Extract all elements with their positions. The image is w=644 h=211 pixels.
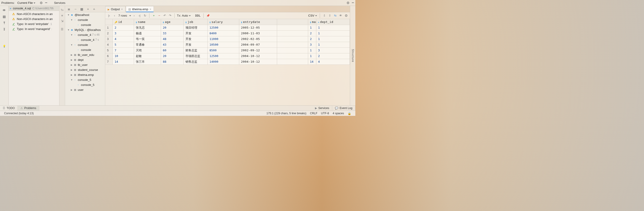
cell-id[interactable]: 4: [113, 36, 134, 42]
cell-managerid[interactable]: 1: [308, 25, 316, 31]
download-button[interactable]: ⇩: [322, 13, 327, 18]
row-number[interactable]: 5: [105, 48, 113, 53]
status-indent[interactable]: 4 spaces: [331, 112, 346, 115]
cell-id[interactable]: 2: [113, 25, 134, 31]
cell-salary[interactable]: 10500: [208, 42, 239, 48]
tree-twisty[interactable]: [70, 69, 73, 71]
tree-node[interactable]: console: [65, 47, 105, 52]
cell-salary[interactable]: 8500: [208, 48, 239, 53]
cell-job[interactable]: 项目经理: [184, 25, 208, 31]
column-header-name[interactable]: name: [134, 19, 161, 25]
column-header-dept_id[interactable]: dept_id: [316, 19, 350, 25]
cell-salary[interactable]: 12500: [208, 53, 239, 59]
tree-twisty[interactable]: [67, 14, 70, 16]
cell-dept_id[interactable]: 1: [316, 25, 350, 31]
cell-salary[interactable]: 11000: [208, 36, 239, 42]
tree-twisty[interactable]: [70, 59, 73, 61]
table-row[interactable]: 57灭绝60财务总监85002002-09-1213: [105, 48, 350, 53]
close-tab-icon[interactable]: ×: [150, 8, 151, 11]
commit-button[interactable]: ↷: [168, 13, 172, 18]
tree-node[interactable]: student_course: [65, 67, 105, 72]
table-row[interactable]: 45常遇春43开发105002004-09-0731: [105, 42, 350, 48]
expand-all-icon[interactable]: [2, 21, 7, 26]
tab-problems[interactable]: ⚠ Problems: [18, 106, 39, 111]
upload-button[interactable]: ⇧: [327, 13, 332, 18]
table-row[interactable]: 610赵敏20市场部总监125002004-10-1212: [105, 53, 350, 59]
cell-spacer[interactable]: [277, 42, 308, 48]
row-number[interactable]: 1: [105, 25, 113, 31]
collapse-icon[interactable]: [60, 13, 64, 18]
problems-settings-button[interactable]: [38, 1, 44, 6]
import-button[interactable]: ⇆: [333, 13, 338, 18]
tree-expand-button[interactable]: →: [72, 7, 78, 12]
row-number[interactable]: 6: [105, 53, 113, 59]
row-number[interactable]: 4: [105, 42, 113, 48]
cell-managerid[interactable]: 2: [308, 31, 316, 36]
tree-node[interactable]: itheima.emp: [65, 72, 105, 77]
row-number[interactable]: 2: [105, 31, 113, 36]
table-row[interactable]: 714张三丰88销售总监140002004-10-12144: [105, 59, 350, 65]
tree-node[interactable]: console: [65, 42, 105, 47]
tree-node[interactable]: tb_user_edu: [65, 52, 105, 57]
cell-id[interactable]: 7: [113, 48, 134, 53]
tree-twisty[interactable]: [70, 89, 73, 91]
cell-name[interactable]: 赵敏: [134, 53, 161, 59]
close-tab-icon[interactable]: ×: [121, 8, 123, 11]
cell-entrydate[interactable]: 2004-10-12: [239, 59, 277, 65]
view-button[interactable]: 👁: [338, 13, 343, 18]
services-settings-button[interactable]: [345, 1, 350, 6]
cell-age[interactable]: 60: [161, 48, 184, 53]
next-page-button[interactable]: ›: [132, 13, 136, 18]
cell-entrydate[interactable]: 2004-10-12: [239, 53, 277, 59]
row-number[interactable]: 3: [105, 36, 113, 42]
status-encoding[interactable]: UTF-8: [319, 112, 331, 115]
cell-name[interactable]: 韦一笑: [134, 36, 161, 42]
cell-job[interactable]: 财务总监: [184, 48, 208, 53]
intention-bulb-icon[interactable]: [2, 44, 7, 49]
autoscroll-icon[interactable]: [2, 14, 7, 19]
delete-row-button[interactable]: −: [157, 13, 162, 18]
data-grid[interactable]: idnameagejobsalaryentrydatemanageriddept…: [105, 19, 350, 105]
chevron-down-icon[interactable]: [128, 14, 131, 17]
column-header-entrydate[interactable]: entrydate: [239, 19, 277, 25]
cell-age[interactable]: 48: [161, 36, 184, 42]
tree-collapse-button[interactable]: ≣: [66, 7, 72, 12]
cell-entrydate[interactable]: 2002-09-12: [239, 48, 277, 53]
add-row-button[interactable]: +: [151, 13, 156, 18]
tree-node[interactable]: MySQL - @localhos: [65, 27, 105, 32]
tx-icon[interactable]: [60, 8, 64, 12]
cell-id[interactable]: 3: [113, 31, 134, 36]
cell-spacer[interactable]: [277, 25, 308, 31]
table-row[interactable]: 34韦一笑48开发110002002-02-0521: [105, 36, 350, 42]
highlight-icon[interactable]: [2, 8, 7, 13]
cell-name[interactable]: 杨逍: [134, 31, 161, 36]
cell-dept_id[interactable]: 4: [316, 59, 350, 65]
tree-node[interactable]: console_47 s: [65, 37, 105, 42]
ddl-button[interactable]: DDL: [194, 14, 201, 17]
cell-id[interactable]: 14: [113, 59, 134, 65]
problem-item[interactable]: Non-ASCII characters in an: [8, 11, 59, 16]
problems-file-header[interactable]: ▸ console_4.sql C:\Users\86178\: [8, 6, 59, 11]
problems-hide-button[interactable]: [44, 1, 48, 6]
cell-spacer[interactable]: [277, 36, 308, 42]
problem-item[interactable]: Non-ASCII characters in an: [8, 16, 59, 21]
tree-twisty[interactable]: [70, 19, 73, 21]
tree-node[interactable]: console_5: [65, 77, 105, 82]
column-header-id[interactable]: id: [113, 19, 134, 25]
status-caret[interactable]: 175:1 (229 chars, 5 line breaks): [265, 112, 308, 115]
tree-twisty[interactable]: [70, 64, 73, 66]
cell-age[interactable]: 43: [161, 42, 184, 48]
tab-todo[interactable]: ☰ TODO: [0, 106, 18, 111]
table-row[interactable]: 12张无忌20项目经理125002005-12-0511: [105, 25, 350, 31]
tree-twisty[interactable]: [67, 29, 70, 31]
cell-salary[interactable]: 8400: [208, 31, 239, 36]
editor-tab[interactable]: Output×: [105, 6, 126, 12]
cell-spacer[interactable]: [277, 48, 308, 53]
cell-id[interactable]: 5: [113, 42, 134, 48]
cell-managerid[interactable]: 1: [308, 48, 316, 53]
revert-button[interactable]: ↶: [162, 13, 167, 18]
tab-services[interactable]: ▶ Services: [312, 106, 332, 111]
tx-mode-dropdown[interactable]: Auto: [182, 14, 191, 17]
structure-tool-button[interactable]: Structure: [350, 6, 355, 105]
cell-age[interactable]: 20: [161, 53, 184, 59]
